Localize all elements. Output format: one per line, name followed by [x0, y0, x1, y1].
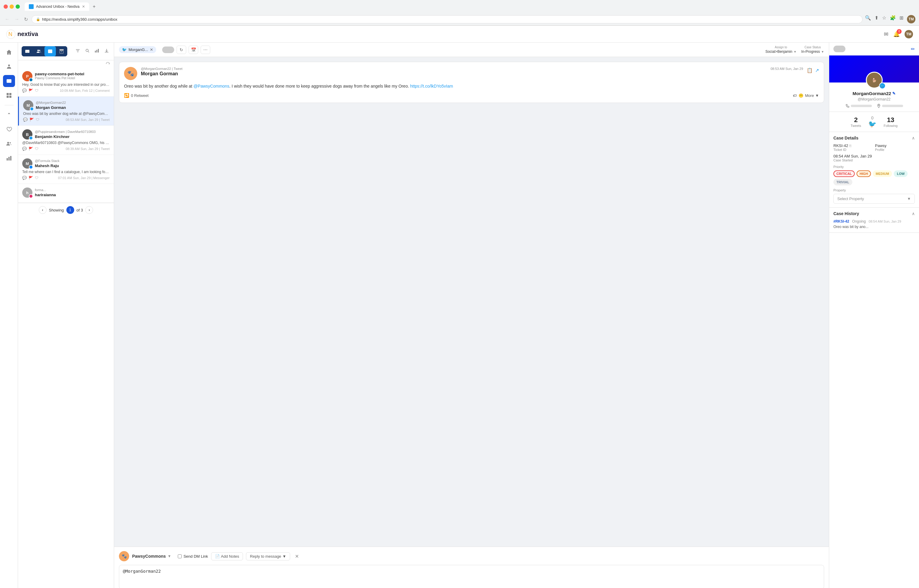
location-icon: [877, 104, 903, 108]
message-list-toolbar: [18, 43, 114, 60]
composer-close-button[interactable]: ✕: [295, 554, 299, 559]
collapse-icon: ∧: [912, 136, 915, 141]
tweet-link[interactable]: https://t.co/lkDYo5vIam: [410, 84, 453, 89]
priority-low-badge[interactable]: LOW: [894, 170, 908, 177]
calendar-button[interactable]: 📅: [189, 45, 198, 54]
user-avatar[interactable]: TM: [904, 30, 913, 39]
case-status-value[interactable]: In-Progress ▼: [801, 50, 824, 54]
new-tab-button[interactable]: +: [93, 4, 96, 9]
address-bar[interactable]: 🔒 https://nextiva.simplify360.com/apps/u…: [32, 15, 862, 23]
property-label: Property: [833, 188, 915, 192]
priority-medium-badge[interactable]: MEDIUM: [873, 170, 892, 177]
edit-profile-icon[interactable]: ✎: [892, 91, 896, 96]
profile-label: Profile: [875, 148, 915, 152]
toggle-button[interactable]: [162, 47, 174, 53]
notification-icon[interactable]: 🔔 0: [893, 31, 900, 37]
case-history-header[interactable]: Case History ∧: [833, 211, 915, 216]
maximize-dot[interactable]: [16, 5, 20, 9]
reply-textarea[interactable]: @MorganGorman22: [119, 565, 824, 588]
tag-icon[interactable]: 🏷: [793, 93, 797, 98]
tweet-mention[interactable]: @PawsyCommons: [193, 84, 229, 89]
browser-profile-avatar[interactable]: TM: [907, 15, 916, 23]
message-item[interactable]: P pawsy-commons-pet-hotel Pawsy Commons …: [18, 68, 114, 97]
message-item[interactable]: h forma... hariraianna: [18, 184, 114, 203]
followers-zero: 0: [868, 115, 876, 120]
message-item[interactable]: B @Puppiesandcream | DaveMar60710803 Ben…: [18, 126, 114, 155]
message-meta: 💬 🚩 🛡 10:09 AM Sun, Feb 12 | Comment: [22, 89, 110, 93]
reply-mode-button[interactable]: Reply to message ▼: [246, 552, 290, 561]
tweet-body: Oreo was bit by another dog while at @Pa…: [124, 83, 819, 89]
assign-to-group: Assign to Social>Benjamin ▼: [765, 45, 796, 54]
download-icon[interactable]: [103, 47, 110, 55]
sidebar-upload-icon[interactable]: [3, 109, 15, 121]
sidebar-team-icon[interactable]: [3, 61, 15, 73]
case-details-header[interactable]: Case Details ∧: [833, 136, 915, 141]
history-id[interactable]: #RKSI-42: [833, 219, 849, 223]
assign-to-value[interactable]: Social>Benjamin ▼: [765, 50, 796, 54]
following-label: Following: [883, 124, 897, 128]
active-inbox-btn[interactable]: [44, 46, 56, 57]
ticket-id-item: RKSI-42 ⎘ Ticket ID: [833, 144, 874, 152]
case-status-label: Case Status: [805, 45, 821, 49]
sidebar-chart-icon[interactable]: [3, 152, 15, 164]
priority-critical-badge[interactable]: CRITICAL: [833, 170, 855, 177]
assign-to-label: Assign to: [775, 45, 787, 49]
edit-icon[interactable]: ✏: [911, 46, 915, 52]
emoji-icon[interactable]: 😶: [799, 93, 803, 98]
priority-trivial-badge[interactable]: TRIVIAL: [833, 179, 853, 186]
more-button[interactable]: More ▼: [805, 93, 819, 98]
priority-high-badge[interactable]: HIGH: [857, 170, 871, 177]
mail-icon[interactable]: ✉: [884, 31, 888, 37]
split-view-icon[interactable]: ⊞: [900, 15, 903, 23]
history-time: 08:54 AM Sun, Jan 29: [869, 220, 901, 223]
sidebar-users-icon[interactable]: [3, 138, 15, 150]
message-item[interactable]: M @Formula Stack Mahesh Raju Tell me whe…: [18, 155, 114, 184]
search-icon[interactable]: [84, 47, 91, 55]
message-icons: 💬 🚩 🛡: [22, 89, 39, 93]
refresh-button[interactable]: ↻: [177, 45, 186, 54]
filter-icon[interactable]: [74, 47, 81, 55]
browser-tab[interactable]: Advanced Unibox - Nextiva ✕: [24, 2, 89, 11]
prev-page-button[interactable]: ‹: [39, 206, 47, 214]
back-button[interactable]: ←: [3, 15, 11, 23]
team-btn[interactable]: [33, 46, 44, 57]
property-select[interactable]: Select Property ▼: [833, 194, 915, 204]
minimize-dot[interactable]: [10, 5, 14, 9]
panel-toggle[interactable]: [833, 45, 845, 52]
refresh-button[interactable]: ↻: [23, 15, 29, 23]
priority-badges: CRITICAL HIGH MEDIUM LOW TRIVIAL: [833, 170, 915, 186]
chart-icon[interactable]: [93, 47, 100, 55]
conversation-tab[interactable]: 🐦 MorganG... ✕: [119, 46, 156, 53]
tweet-body-text-part2: . I wish they would have done more to ke…: [229, 84, 410, 89]
extensions-icon[interactable]: 🧩: [890, 15, 896, 23]
inbox-btn[interactable]: [22, 46, 33, 57]
next-page-button[interactable]: ›: [85, 206, 93, 214]
tab-close-icon[interactable]: ✕: [150, 47, 153, 52]
history-text: Oreo was bit by ano...: [833, 225, 915, 229]
share-icon[interactable]: ⬆: [875, 15, 878, 23]
copy-icon[interactable]: ⎘: [849, 144, 851, 148]
add-notes-button[interactable]: 📄 Add Notes: [211, 552, 243, 561]
close-dot[interactable]: [3, 5, 8, 9]
sidebar-inbox-icon[interactable]: [3, 75, 15, 87]
case-status-group: Case Status In-Progress ▼: [801, 45, 824, 54]
sidebar-home-icon[interactable]: [3, 46, 15, 58]
copy-icon[interactable]: 📋: [807, 68, 813, 73]
forward-button[interactable]: →: [13, 15, 20, 23]
sidebar-grid-icon[interactable]: [3, 89, 15, 102]
refresh-list-icon[interactable]: [18, 60, 114, 68]
external-link-icon[interactable]: ↗: [815, 68, 819, 73]
archive-btn[interactable]: [56, 46, 67, 57]
tab-close-button[interactable]: ✕: [82, 5, 85, 9]
more-options-button[interactable]: ⋯: [201, 45, 210, 54]
sidebar-heart-icon[interactable]: [3, 123, 15, 135]
message-item[interactable]: M @MorganGorman22 Morgan Gorman Oreo was…: [18, 97, 114, 126]
tweet-user-info: @MorganGorman22 | Tweet Morgan Gorman: [141, 67, 767, 76]
dm-link-checkbox[interactable]: [178, 554, 182, 558]
bookmark-icon[interactable]: ☆: [882, 15, 886, 23]
composer-account-selector[interactable]: PawsyCommons ▼: [132, 554, 171, 559]
tweet-card-header: 🐾 @MorganGorman22 | Tweet Morgan Gorman …: [124, 67, 819, 80]
twitter-icon: 🐦: [122, 47, 127, 52]
retweet-count: 0 Retweet: [131, 93, 149, 98]
search-icon[interactable]: 🔍: [865, 15, 871, 23]
